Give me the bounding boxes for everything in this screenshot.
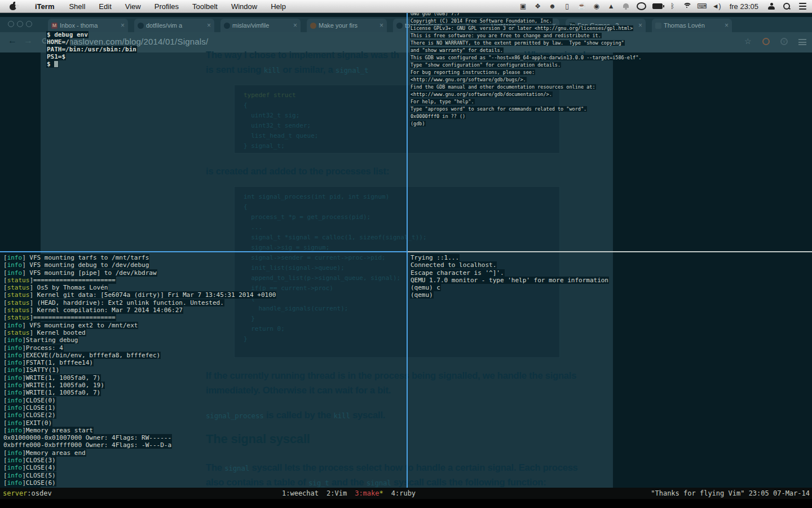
tmux-status-right: "Thanks for flying Vim" 23:05 07-Mar-14 <box>651 488 810 499</box>
menu-help[interactable]: Help <box>264 2 293 11</box>
code-line: return 0; <box>244 324 550 334</box>
vimium-badge-icon[interactable]: v <box>780 38 788 45</box>
tab-label: Thomas Lovén <box>664 22 722 29</box>
bookmark-star-icon[interactable]: ☆ <box>744 37 752 46</box>
menu-iterm[interactable]: iTerm <box>27 2 62 11</box>
tab-close-icon[interactable]: × <box>121 21 125 29</box>
code-line: handle_signals(current); <box>244 304 550 314</box>
tab-close-icon[interactable]: × <box>293 21 297 29</box>
terminal-line: [info]WRITE(1, 1005fa0, 7) <box>3 374 276 382</box>
apple-menu-icon[interactable] <box>9 2 17 10</box>
battery-icon[interactable] <box>652 3 663 9</box>
user-icon[interactable] <box>768 3 775 10</box>
notification-center-icon[interactable] <box>799 3 806 10</box>
volume-icon[interactable]: ◄) <box>709 0 724 12</box>
terminal-line: This is free software: you are free to c… <box>410 32 642 40</box>
dropbox-icon[interactable]: ❖ <box>531 0 545 12</box>
terminal-line: For help, type "help". <box>410 98 642 106</box>
terminal-line: [info] VFS mounting debug to /dev/debug <box>3 261 276 269</box>
menu-shell[interactable]: Shell <box>62 2 92 11</box>
tmux-window-ruby[interactable]: 4:ruby <box>391 488 416 499</box>
terminal-pane-qemu-monitor[interactable]: Trying ::1...Connected to localhost.Esca… <box>410 254 609 299</box>
terminal-line: Find the GDB manual and other documentat… <box>410 84 642 91</box>
window-zoom-button[interactable] <box>26 21 32 27</box>
tmux-session-name: server:osdev <box>3 488 52 499</box>
browser-tab-bar: MInbox - thoma×dotfiles/vim a×mislav/vim… <box>0 17 812 32</box>
terminal-line: QEMU 1.7.0 monitor - type 'help' for mor… <box>410 277 609 284</box>
code-line: } signal_t; <box>244 141 550 151</box>
tab-label: Make your firs <box>319 22 377 29</box>
wifi-icon[interactable] <box>683 3 692 10</box>
back-button-icon[interactable]: ← <box>8 36 17 46</box>
tmux-window-make[interactable]: 3:make* <box>355 488 383 499</box>
terminal-cursor <box>54 61 58 67</box>
menu-profiles[interactable]: Profiles <box>148 2 186 11</box>
terminal-line: [info]CLOSE(1) <box>3 404 276 411</box>
terminal-line: [info]CLOSE(3) <box>3 457 276 464</box>
terminal-line: $ <box>46 60 137 68</box>
gmail-favicon-icon: M <box>51 23 58 29</box>
film-icon[interactable]: ◉ <box>589 0 604 12</box>
code-line: process_t *p = get_process(pid); <box>244 212 550 222</box>
terminal-line: [status] Kernel git data: [5e6074a (dirt… <box>3 291 276 299</box>
browser-tab[interactable]: Thomas Lovén× <box>652 19 732 32</box>
window-minimize-button[interactable] <box>17 21 23 27</box>
messages-icon[interactable] <box>637 2 646 10</box>
browser-tab[interactable]: mislav/vimfile× <box>220 19 301 32</box>
code-line: { <box>244 202 550 212</box>
orange-favicon-icon <box>310 23 316 29</box>
terminal-pane-shell[interactable]: $ debug envHOME=/PATH=/bin:/usr/sbin:/bi… <box>46 31 137 68</box>
browser-tab[interactable]: dotfiles/vim a× <box>134 19 214 32</box>
terminal-line: [info]FSTAT(1, bfffee14) <box>3 359 276 366</box>
menu-window[interactable]: Window <box>224 2 264 11</box>
terminal-line: [status] Kernel compilation: Mar 7 2014 … <box>3 306 276 314</box>
browser-tab[interactable]: MInbox - thoma× <box>48 19 128 32</box>
github-favicon-icon <box>224 23 230 29</box>
blog-paragraph: is created and added to the processes li… <box>206 164 389 178</box>
terminal-line: <http://www.gnu.org/software/gdb/bugs/>. <box>410 76 642 84</box>
pane-divider-horizontal[interactable] <box>408 251 812 252</box>
bluetooth-icon[interactable]: ᛒ <box>665 0 680 12</box>
terminal-pane-gdb[interactable]: GNU gdb (GDB) 7.7Copyright (C) 2014 Free… <box>410 10 642 128</box>
tab-close-icon[interactable]: × <box>379 21 383 29</box>
page-favicon-icon <box>655 23 661 29</box>
browser-menu-icon[interactable] <box>798 39 806 45</box>
bell-icon[interactable] <box>623 3 629 10</box>
drive-icon[interactable]: ▲ <box>604 0 619 12</box>
terminal-line: License GPLv3+: GNU GPL version 3 or lat… <box>410 25 642 32</box>
terminal-line: PATH=/bin:/usr/sbin:/bin <box>46 46 137 53</box>
terminal-line: [info]EXECVE(/bin/env, bfffefa8, bfffefe… <box>3 352 276 359</box>
coffee-icon[interactable]: ☕ <box>575 0 589 12</box>
tmux-window-weechat[interactable]: 1:weechat <box>282 488 319 499</box>
spotlight-search-icon[interactable] <box>783 3 790 10</box>
code-line: list_head_t queue; <box>244 131 550 141</box>
tab-close-icon[interactable]: × <box>725 21 729 29</box>
forward-button-icon[interactable]: → <box>24 36 33 46</box>
terminal-line: [info]ISATTY(1) <box>3 366 276 374</box>
browser-tab[interactable]: Make your firs× <box>307 19 387 32</box>
terminal-line: [status] Os5 by Thomas Lovén <box>3 284 276 291</box>
terminal-pane-kernel-log[interactable]: [info] VFS mounting tarfs to /mnt/tarfs[… <box>3 254 276 487</box>
window-switcher-icon[interactable]: ▣ <box>516 0 531 12</box>
window-close-button[interactable] <box>8 21 14 27</box>
terminal-line: (qemu) c <box>410 284 609 291</box>
user-face-icon[interactable]: ☻ <box>545 0 560 12</box>
tmux-window-Vim[interactable]: 2:Vim <box>326 488 347 499</box>
menu-toolbelt[interactable]: Toolbelt <box>186 2 224 11</box>
display-icon[interactable]: ▯ <box>560 0 575 12</box>
tab-close-icon[interactable]: × <box>207 21 211 29</box>
terminal-line: [status] Kernel booted <box>3 329 276 336</box>
menu-view[interactable]: View <box>118 2 148 11</box>
pane-divider-vertical[interactable] <box>407 12 408 488</box>
extension-badge-icon[interactable] <box>762 38 770 45</box>
menu-status-icons: ▣❖☻▯☕◉▲ᛒ⌨◄)fre 23:05 <box>516 0 812 14</box>
menu-edit[interactable]: Edit <box>92 2 118 11</box>
pane-divider-horizontal-active[interactable] <box>0 251 407 252</box>
terminal-line: 0x0000fff0 in ?? () <box>410 113 642 120</box>
terminal-line: [status]====================== <box>3 277 276 284</box>
terminal-line: [info]CLOSE(0) <box>3 397 276 404</box>
tab-label: mislav/vimfile <box>232 22 291 29</box>
keyboard-icon[interactable]: ⌨ <box>695 0 709 12</box>
terminal-line: [status]====================== <box>3 314 276 321</box>
terminal-line: Type "show configuration" for configurat… <box>410 62 642 69</box>
